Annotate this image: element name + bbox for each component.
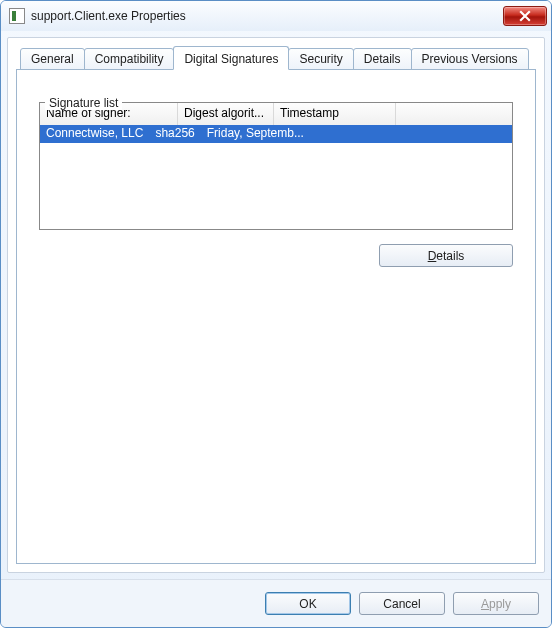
tab-panel: Signature list Name of signer: Digest al…: [16, 69, 536, 564]
close-icon: [519, 10, 531, 22]
apply-button[interactable]: Apply: [453, 592, 539, 615]
tab-digital-signatures[interactable]: Digital Signatures: [173, 46, 289, 70]
cell-signer: Connectwise, LLC: [40, 125, 149, 143]
app-icon: [9, 8, 25, 24]
tab-previous-versions[interactable]: Previous Versions: [411, 48, 529, 70]
dialog-footer: OK Cancel Apply: [1, 579, 551, 627]
tab-strip: General Compatibility Digital Signatures…: [16, 46, 536, 70]
properties-window: support.Client.exe Properties General Co…: [0, 0, 552, 628]
tab-compatibility[interactable]: Compatibility: [84, 48, 175, 70]
details-button[interactable]: Details: [379, 244, 513, 267]
window-title: support.Client.exe Properties: [31, 9, 503, 23]
tab-details[interactable]: Details: [353, 48, 412, 70]
signature-list-group: Signature list Name of signer: Digest al…: [39, 88, 513, 267]
titlebar: support.Client.exe Properties: [1, 1, 551, 31]
tab-security[interactable]: Security: [288, 48, 353, 70]
close-button[interactable]: [503, 6, 547, 26]
ok-button[interactable]: OK: [265, 592, 351, 615]
signature-listview[interactable]: Name of signer: Digest algorit... Timest…: [39, 102, 513, 230]
col-digest[interactable]: Digest algorit...: [178, 103, 274, 125]
col-spacer: [396, 103, 512, 125]
col-timestamp[interactable]: Timestamp: [274, 103, 396, 125]
tab-general[interactable]: General: [20, 48, 85, 70]
group-label: Signature list: [45, 96, 122, 110]
details-row: Details: [39, 244, 513, 267]
client-area: General Compatibility Digital Signatures…: [7, 37, 545, 573]
signature-row[interactable]: Connectwise, LLC sha256 Friday, Septemb.…: [40, 125, 512, 143]
cell-digest: sha256: [149, 125, 200, 143]
cell-timestamp: Friday, Septemb...: [201, 125, 310, 143]
cancel-button[interactable]: Cancel: [359, 592, 445, 615]
